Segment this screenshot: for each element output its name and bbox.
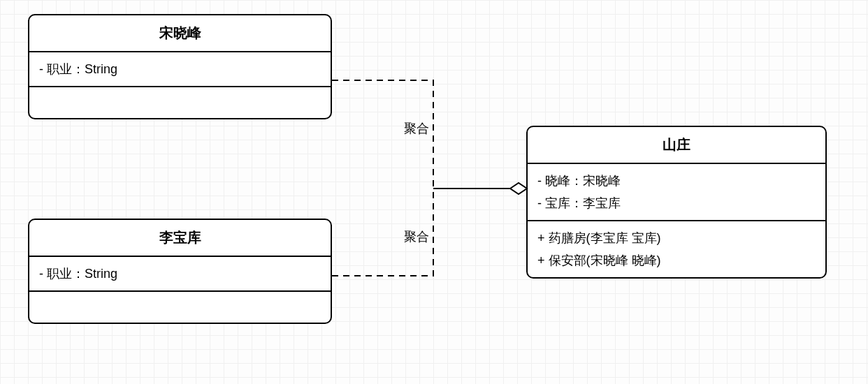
class-song[interactable]: 宋晓峰 - 职业：String [28, 14, 332, 119]
class-li-attributes: - 职业：String [29, 257, 331, 292]
class-li-title: 李宝库 [29, 220, 331, 257]
class-li[interactable]: 李宝库 - 职业：String [28, 219, 332, 324]
class-song-attr-0: - 职业：String [39, 58, 321, 80]
class-villa-method-1: + 保安部(宋晓峰 晓峰) [537, 249, 816, 272]
class-villa-methods: + 药膳房(李宝库 宝库) + 保安部(宋晓峰 晓峰) [528, 221, 825, 277]
class-song-methods [29, 87, 331, 118]
class-villa-attr-0: - 晓峰：宋晓峰 [537, 170, 816, 192]
edge-song-villa-label: 聚合 [403, 120, 431, 137]
aggregation-diamond-icon [510, 183, 527, 194]
class-villa-title: 山庄 [528, 127, 825, 164]
class-villa-method-0: + 药膳房(李宝库 宝库) [537, 227, 816, 249]
class-villa-attributes: - 晓峰：宋晓峰 - 宝库：李宝库 [528, 164, 825, 221]
class-li-attr-0: - 职业：String [39, 263, 321, 285]
class-villa[interactable]: 山庄 - 晓峰：宋晓峰 - 宝库：李宝库 + 药膳房(李宝库 宝库) + 保安部… [526, 126, 827, 279]
edge-li-villa-label: 聚合 [403, 228, 431, 245]
class-li-methods [29, 292, 331, 323]
class-villa-attr-1: - 宝库：李宝库 [537, 192, 816, 214]
class-song-title: 宋晓峰 [29, 15, 331, 52]
class-song-attributes: - 职业：String [29, 52, 331, 87]
